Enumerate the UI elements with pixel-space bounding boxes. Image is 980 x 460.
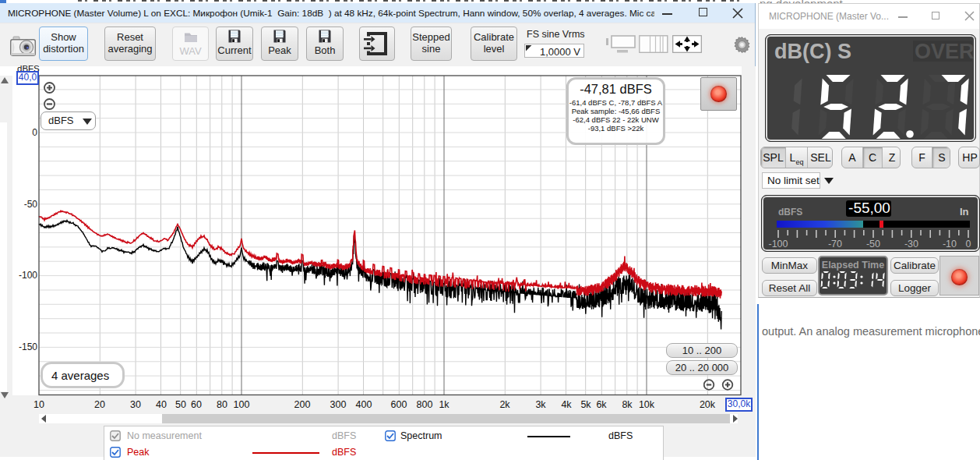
svg-text:OVER: OVER [915,40,975,63]
svg-text:-70: -70 [828,239,842,249]
svg-text:0: 0 [966,239,971,249]
svg-text:-30: -30 [904,239,918,249]
svg-text:dB(C) S: dB(C) S [774,40,851,63]
svg-text:-10: -10 [943,239,957,249]
svg-text:-100: -100 [768,239,788,249]
svg-text:-50: -50 [866,239,880,249]
